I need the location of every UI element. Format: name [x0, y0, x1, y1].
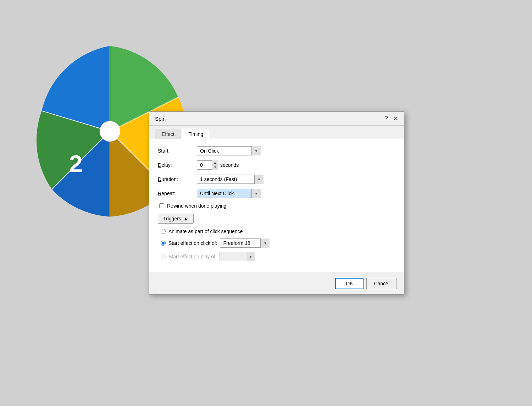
- start-label: Start:: [158, 148, 197, 154]
- help-button[interactable]: ?: [385, 115, 388, 122]
- svg-text:2: 2: [69, 150, 83, 177]
- delay-spinner: ▲ ▼: [197, 160, 218, 170]
- dialog-body: Start: On Click With Previous After Prev…: [149, 139, 404, 273]
- start-select-wrapper: On Click With Previous After Previous: [197, 146, 261, 155]
- start-select[interactable]: On Click With Previous After Previous: [197, 146, 261, 155]
- animate-label[interactable]: Animate as part of click sequence: [168, 229, 243, 234]
- duration-select-wrapper: 1 seconds (Fast) 0.5 seconds (Very Fast)…: [197, 175, 264, 184]
- start-effect-select-wrapper: Freeform 18: [220, 238, 270, 248]
- start-effect-label: Start effect on click of:: [168, 240, 217, 246]
- tabs-row: Effect Timing: [149, 126, 404, 139]
- duration-row: Duration: 1 seconds (Fast) 0.5 seconds (…: [158, 175, 395, 184]
- start-effect-radio[interactable]: [161, 241, 166, 246]
- seconds-label: seconds: [220, 162, 239, 168]
- duration-label: Duration:: [158, 176, 197, 182]
- titlebar-controls: ? ✕: [385, 115, 398, 122]
- animate-radio[interactable]: [161, 229, 166, 234]
- triggers-icon: ▲: [183, 216, 188, 221]
- cancel-button[interactable]: Cancel: [366, 278, 397, 289]
- start-effect-radio-row: Start effect on click of: Freeform 18: [161, 238, 395, 248]
- tab-timing[interactable]: Timing: [182, 129, 210, 139]
- repeat-select-wrapper: Until Next Click (none) 2 3 4 5 10 Until…: [197, 189, 261, 198]
- svg-point-7: [100, 121, 120, 142]
- play-of-select-wrapper: [220, 252, 255, 261]
- dialog-titlebar: Spin ? ✕: [149, 112, 404, 126]
- rewind-row: Rewind when done playing: [158, 203, 395, 209]
- delay-input-group: ▲ ▼ seconds: [197, 160, 239, 170]
- delay-increment-button[interactable]: ▲: [212, 160, 218, 165]
- spin-dialog: Spin ? ✕ Effect Timing Start:: [149, 111, 404, 295]
- triggers-section: Animate as part of click sequence Start …: [158, 229, 395, 261]
- play-of-radio-row: Start effect on play of:: [161, 252, 395, 261]
- triggers-button[interactable]: Triggers ▲: [158, 214, 194, 224]
- dialog-footer: OK Cancel: [149, 273, 404, 294]
- delay-label: Delay:: [158, 162, 197, 168]
- ok-button[interactable]: OK: [335, 278, 364, 289]
- play-of-label: Start effect on play of:: [168, 254, 217, 259]
- start-row: Start: On Click With Previous After Prev…: [158, 146, 395, 155]
- rewind-label[interactable]: Rewind when done playing: [167, 203, 226, 209]
- close-button[interactable]: ✕: [393, 115, 398, 122]
- triggers-row: Triggers ▲: [158, 214, 395, 224]
- repeat-row: Repeat: Until Next Click (none) 2 3 4 5 …: [158, 189, 395, 198]
- triggers-label: Triggers: [163, 216, 181, 221]
- repeat-label: Repeat:: [158, 191, 197, 196]
- spinner-buttons: ▲ ▼: [212, 160, 218, 170]
- animate-radio-row: Animate as part of click sequence: [161, 229, 395, 234]
- play-of-select[interactable]: [220, 252, 255, 261]
- delay-row: Delay: ▲ ▼ seconds: [158, 160, 395, 170]
- repeat-select[interactable]: Until Next Click (none) 2 3 4 5 10 Until…: [197, 189, 261, 198]
- tab-effect[interactable]: Effect: [155, 129, 181, 139]
- play-of-radio[interactable]: [161, 254, 166, 259]
- dialog-title: Spin: [155, 116, 166, 122]
- dialog: Spin ? ✕ Effect Timing Start:: [149, 111, 404, 295]
- delay-decrement-button[interactable]: ▼: [212, 165, 218, 170]
- start-effect-select[interactable]: Freeform 18: [220, 238, 270, 248]
- rewind-checkbox[interactable]: [159, 203, 164, 208]
- duration-select[interactable]: 1 seconds (Fast) 0.5 seconds (Very Fast)…: [197, 175, 264, 184]
